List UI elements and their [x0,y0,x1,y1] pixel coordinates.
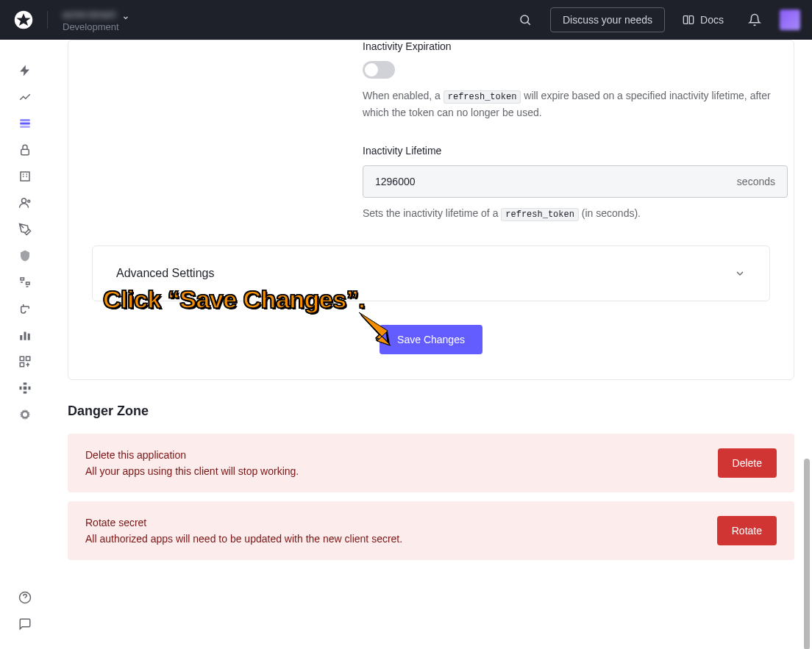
rotate-button[interactable]: Rotate [717,516,777,545]
sidebar-item-monitoring[interactable] [12,322,38,348]
book-icon [683,14,694,26]
refresh-token-code-2: refresh_token [501,208,579,221]
sidebar-item-branding[interactable] [12,216,38,243]
chevron-down-icon: ⌄ [121,10,130,21]
discuss-needs-button[interactable]: Discuss your needs [550,7,665,32]
svg-point-1 [521,15,529,24]
svg-rect-24 [24,392,27,394]
docs-label: Docs [700,14,724,26]
settings-card: Inactivity Expiration When enabled, a re… [68,40,794,380]
docs-link[interactable]: Docs [677,8,730,32]
svg-rect-17 [20,356,24,360]
save-changes-button[interactable]: Save Changes [380,325,482,354]
svg-point-12 [22,198,26,203]
inactivity-expiration-toggle[interactable] [363,61,395,79]
svg-rect-14 [20,335,22,340]
svg-point-13 [28,200,30,202]
svg-rect-25 [20,387,22,390]
sidebar-item-getting-started[interactable] [12,57,38,84]
advanced-settings-toggle[interactable]: Advanced Settings [92,245,770,301]
sidebar [0,40,50,649]
sidebar-item-users[interactable] [12,190,38,216]
main-content: Inactivity Expiration When enabled, a re… [50,40,812,649]
top-navigation: acme-tenant ⌄ Development Discuss your n… [0,0,812,40]
sidebar-item-marketplace[interactable] [12,348,38,375]
inactivity-expiration-label: Inactivity Expiration [363,40,788,52]
chevron-down-icon [734,268,746,279]
notifications-button[interactable] [741,7,768,33]
user-avatar[interactable] [780,10,800,30]
sidebar-item-security[interactable] [12,243,38,269]
svg-rect-5 [20,126,30,128]
inactivity-expiration-help: When enabled, a refresh_token will expir… [363,87,788,121]
inactivity-lifetime-help: Sets the inactivity lifetime of a refres… [363,205,788,222]
svg-rect-16 [28,334,30,340]
advanced-settings-label: Advanced Settings [116,267,214,280]
scrollbar-thumb[interactable] [804,459,810,649]
refresh-token-code: refresh_token [444,90,521,104]
rotate-text: All authorized apps will need to be upda… [85,533,717,545]
inactivity-lifetime-unit: seconds [725,176,787,187]
sidebar-item-feedback[interactable] [12,611,38,637]
svg-rect-26 [29,387,31,390]
sidebar-item-settings[interactable] [12,401,38,428]
rotate-secret-card: Rotate secret All authorized apps will n… [68,501,794,560]
delete-application-card: Delete this application All your apps us… [68,434,794,492]
toggle-knob [365,63,378,76]
danger-zone-title: Danger Zone [68,404,794,419]
sidebar-item-actions[interactable] [12,269,38,295]
svg-rect-15 [24,332,26,340]
scrollbar[interactable] [804,40,810,649]
nav-divider [47,11,48,29]
sidebar-item-activity[interactable] [12,84,38,110]
svg-rect-6 [21,149,29,155]
svg-rect-18 [26,356,30,360]
tenant-name: acme-tenant [63,9,115,20]
delete-text: All your apps using this client will sto… [85,465,718,477]
sidebar-item-organizations[interactable] [12,163,38,190]
svg-rect-23 [24,383,27,385]
delete-title: Delete this application [85,449,718,461]
svg-rect-22 [24,387,27,390]
sidebar-item-applications[interactable] [12,110,38,137]
sidebar-item-help[interactable] [12,584,38,611]
environment-name: Development [63,21,130,32]
search-button[interactable] [512,7,538,33]
svg-line-2 [527,22,530,24]
inactivity-lifetime-label: Inactivity Lifetime [363,145,788,157]
sidebar-item-authentication[interactable] [12,137,38,163]
svg-rect-3 [20,119,30,121]
rotate-title: Rotate secret [85,517,717,528]
delete-button[interactable]: Delete [718,448,777,478]
sidebar-item-extensions[interactable] [12,375,38,401]
svg-rect-4 [20,123,30,125]
svg-rect-7 [21,172,29,181]
inactivity-lifetime-input-group: seconds [363,165,788,198]
svg-rect-19 [20,363,24,367]
brand-logo[interactable] [12,8,35,32]
sidebar-item-forms[interactable] [12,295,38,322]
tenant-selector[interactable]: acme-tenant ⌄ Development [63,8,130,32]
inactivity-lifetime-input[interactable] [363,176,725,187]
